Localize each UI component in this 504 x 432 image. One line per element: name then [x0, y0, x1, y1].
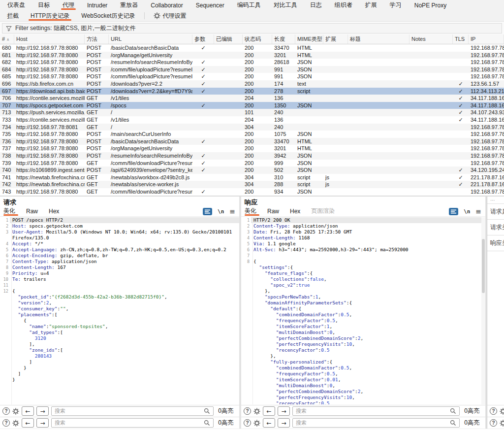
- pretty-print-icon[interactable]: [449, 208, 458, 215]
- table-row[interactable]: 743http://192.168.97.78:8080GET/comm/fil…: [0, 188, 504, 196]
- help-icon[interactable]: ?: [490, 407, 497, 415]
- help-icon[interactable]: ?: [2, 407, 10, 415]
- table-row[interactable]: 696https://sb.firefox.com.cnPOST/downloa…: [0, 80, 504, 88]
- line-content: HTTP/2 200 OK: [251, 217, 485, 223]
- next-match-button[interactable]: →: [278, 418, 290, 428]
- column-header-8[interactable]: MIME类型: [295, 34, 323, 44]
- newline-toggle-icon[interactable]: \n: [218, 208, 224, 215]
- table-row[interactable]: 680http://192.168.97.78:8080POST/basicDa…: [0, 44, 504, 52]
- menu-item-1[interactable]: 目标: [32, 0, 56, 10]
- column-header-13[interactable]: IP: [469, 34, 504, 44]
- gear-icon[interactable]: [253, 420, 260, 427]
- help-icon[interactable]: ?: [490, 419, 497, 427]
- next-match-button[interactable]: →: [36, 406, 49, 416]
- menu-item-11[interactable]: 扩展: [359, 0, 383, 10]
- prev-match-button[interactable]: ←: [263, 406, 275, 416]
- table-row[interactable]: 706https://contile.services.mozilla...GE…: [0, 95, 504, 102]
- table-row[interactable]: 735http://192.168.97.78:8080POST/main/se…: [0, 131, 504, 138]
- column-header-2[interactable]: 方法: [85, 34, 109, 44]
- table-row[interactable]: 740https://o1069899.ingest.sentr...POST/…: [0, 166, 504, 174]
- menu-item-6[interactable]: Sequencer: [189, 0, 231, 10]
- subtab-1[interactable]: HTTP历史记录: [25, 10, 75, 21]
- editor-tab-2[interactable]: Hex: [290, 206, 300, 216]
- menu-item-13[interactable]: NoPE Proxy: [408, 0, 453, 10]
- menu-item-12[interactable]: 学习: [383, 0, 408, 10]
- newline-toggle-icon[interactable]: \n: [464, 208, 470, 215]
- gear-icon[interactable]: [500, 408, 504, 415]
- editor-tab-1[interactable]: Raw: [267, 206, 279, 216]
- editor-tab-0[interactable]: 美化: [245, 206, 256, 216]
- menu-item-2[interactable]: 代理: [56, 0, 81, 10]
- response-editor[interactable]: 1HTTP/2 200 OK2Content-Type: application…: [241, 217, 485, 404]
- editor-tab-0[interactable]: 美化: [3, 206, 15, 216]
- table-row[interactable]: 742https://newtab.firefoxchina.cnGET/new…: [0, 181, 504, 188]
- editor-menu-icon[interactable]: ≡: [229, 207, 235, 215]
- scrollbar-thumb[interactable]: [482, 239, 485, 293]
- column-header-12[interactable]: TLS: [453, 34, 469, 44]
- next-match-button[interactable]: →: [36, 418, 49, 428]
- column-header-5[interactable]: 已编辑: [214, 34, 243, 44]
- gear-icon[interactable]: [500, 420, 504, 427]
- table-row[interactable]: 737http://192.168.97.78:8080POST/orgMana…: [0, 145, 504, 152]
- subtab-0[interactable]: 拦截: [1, 10, 25, 21]
- next-match-button[interactable]: →: [278, 406, 290, 416]
- table-row[interactable]: 741https://newtab.firefoxchina.cnGET/new…: [0, 174, 504, 181]
- search-input[interactable]: 搜索: [51, 418, 214, 428]
- help-icon[interactable]: ?: [244, 419, 251, 427]
- column-header-9[interactable]: 扩展: [323, 34, 348, 44]
- menu-item-0[interactable]: 仪表盘: [1, 0, 32, 10]
- table-row[interactable]: 684http://192.168.97.78:8080POST/comm/fi…: [0, 66, 504, 73]
- search-input[interactable]: 搜索: [51, 406, 214, 416]
- gear-icon[interactable]: [12, 408, 19, 415]
- menu-item-7[interactable]: 编码工具: [231, 0, 267, 10]
- editor-tab-2[interactable]: Hex: [49, 206, 59, 216]
- table-row[interactable]: 697https://download.api.bsb.baid...POST/…: [0, 88, 504, 95]
- table-row[interactable]: 713https://push.services.mozilla.c...GET…: [0, 109, 504, 116]
- column-header-0[interactable]: #∧: [0, 34, 14, 44]
- highlight-count-label: 0高亮: [218, 407, 233, 415]
- response-scrollbar[interactable]: [481, 217, 485, 404]
- column-header-3[interactable]: URL: [109, 34, 192, 44]
- table-row[interactable]: 733https://contile.services.mozilla...GE…: [0, 116, 504, 124]
- column-header-10[interactable]: 标题: [348, 34, 410, 44]
- menu-item-4[interactable]: 重放器: [114, 0, 144, 10]
- editor-tab-1[interactable]: Raw: [26, 206, 38, 216]
- table-row[interactable]: 707https://spocs.getpocket.comPOST/spocs…: [0, 102, 504, 109]
- table-row[interactable]: 681http://192.168.97.78:8080POST/orgMana…: [0, 52, 504, 59]
- help-icon[interactable]: ?: [244, 407, 251, 415]
- column-header-1[interactable]: Host: [14, 34, 85, 44]
- table-row[interactable]: 685http://192.168.97.78:8080POST/comm/fi…: [0, 73, 504, 80]
- table-row[interactable]: 738http://192.168.97.78:8080POST/resumeI…: [0, 152, 504, 160]
- subtab-2[interactable]: WebSocket历史记录: [75, 10, 141, 21]
- column-header-6[interactable]: 状态码: [243, 34, 272, 44]
- menu-item-10[interactable]: 组织者: [328, 0, 359, 10]
- column-header-7[interactable]: 长度: [272, 34, 295, 44]
- column-header-11[interactable]: Notes: [410, 34, 453, 44]
- request-editor[interactable]: 1POST /spocs HTTP/22Host: spocs.getpocke…: [0, 217, 239, 404]
- pretty-print-icon[interactable]: [203, 208, 212, 215]
- filter-settings-bar[interactable]: Filter settings: 隐藏CSS, 图片,一般二进制文件: [2, 23, 502, 33]
- editor-menu-icon[interactable]: ≡: [475, 207, 481, 215]
- inspector-section-0[interactable]: 请求属: [487, 204, 504, 220]
- table-row[interactable]: 736http://192.168.97.78:8080POST/basicDa…: [0, 138, 504, 145]
- search-input[interactable]: 搜索: [292, 418, 460, 428]
- menu-item-3[interactable]: Intruder: [81, 0, 114, 10]
- gear-icon[interactable]: [253, 408, 260, 415]
- help-icon[interactable]: ?: [2, 419, 10, 427]
- prev-match-button[interactable]: ←: [263, 418, 275, 428]
- subtab-proxy-settings[interactable]: 代理设置: [148, 10, 192, 21]
- table-row[interactable]: 739http://192.168.97.78:8080GET/comm/fil…: [0, 160, 504, 167]
- table-row[interactable]: 682http://192.168.97.78:8080POST/resumeI…: [0, 59, 504, 66]
- inspector-section-1[interactable]: 请求头: [487, 220, 504, 235]
- prev-match-button[interactable]: ←: [22, 418, 34, 428]
- menu-item-5[interactable]: Collaborator: [144, 0, 189, 10]
- editor-tab-3[interactable]: 页面渲染: [311, 206, 335, 216]
- inspector-section-2[interactable]: 响应头: [487, 235, 504, 251]
- gear-icon[interactable]: [12, 420, 19, 427]
- prev-match-button[interactable]: ←: [22, 406, 34, 416]
- menu-item-8[interactable]: 对比工具: [267, 0, 304, 10]
- search-input[interactable]: 搜索: [292, 406, 460, 416]
- table-row[interactable]: 734http://192.168.97.78:8081GET/30424019…: [0, 124, 504, 131]
- column-header-4[interactable]: 参数: [192, 34, 214, 44]
- menu-item-9[interactable]: 日志: [304, 0, 328, 10]
